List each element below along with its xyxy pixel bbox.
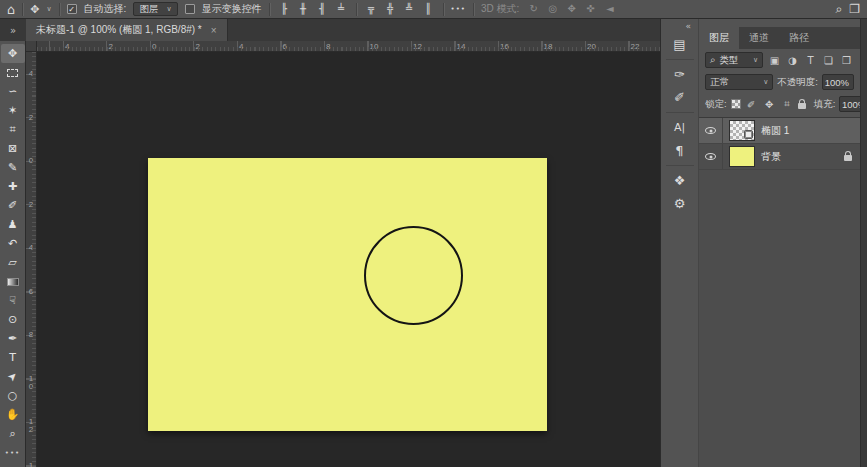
- layer-filter-dropdown[interactable]: ⌕ 类型 ∨: [705, 52, 763, 68]
- lock-image-pixels-icon[interactable]: ✐: [744, 97, 759, 112]
- ruler-tick-label: 18: [542, 42, 553, 51]
- filter-type-layers-icon[interactable]: T: [803, 53, 818, 68]
- lock-position-icon[interactable]: ✥: [762, 97, 777, 112]
- align-bottom-edges-icon[interactable]: ╧: [334, 4, 349, 14]
- 3d-pan-icon[interactable]: ✥: [564, 4, 579, 14]
- 3d-panel-button[interactable]: ❖: [666, 169, 694, 192]
- document-tab[interactable]: 未标题-1 @ 100% (椭圆 1, RGB/8#) * ×: [26, 19, 228, 41]
- tab-layers[interactable]: 图层: [699, 27, 739, 49]
- align-horizontal-centers-icon[interactable]: ╫: [296, 4, 311, 14]
- lasso-tool[interactable]: ∽: [1, 82, 25, 101]
- chevron-down-icon[interactable]: ∨: [46, 5, 51, 13]
- tab-paths[interactable]: 路径: [779, 27, 819, 49]
- lock-icons: ✐✥⌗: [731, 97, 806, 112]
- brush-tool-icon: ✐: [8, 199, 17, 212]
- distribute-horizontal-centers-icon[interactable]: ╬: [383, 4, 398, 14]
- layer-thumbnail[interactable]: [730, 121, 754, 140]
- visibility-toggle[interactable]: [699, 144, 723, 169]
- canvas-area: 420246810121416182022 4202468101214: [26, 41, 660, 467]
- document-canvas[interactable]: [148, 158, 547, 431]
- frame-tool[interactable]: ⊠: [1, 139, 25, 158]
- clone-stamp-tool[interactable]: ♟: [1, 215, 25, 234]
- filter-pixel-layers-icon[interactable]: ▣: [767, 53, 782, 68]
- 3d-orbit-icon[interactable]: ↻: [526, 4, 541, 14]
- show-transform-checkbox[interactable]: [185, 4, 195, 14]
- ruler-tick-label: 14: [455, 42, 466, 51]
- brush-tool[interactable]: ✐: [1, 196, 25, 215]
- auto-select-target-value: 图层: [139, 3, 158, 16]
- clone-stamp-tool-icon: ♟: [8, 218, 18, 231]
- ruler-corner[interactable]: [26, 41, 37, 52]
- smudge-tool[interactable]: ☟: [1, 291, 25, 310]
- ellipse-tool[interactable]: ○: [1, 386, 25, 405]
- paragraph-panel-button[interactable]: ¶: [666, 139, 694, 162]
- more-tools[interactable]: •••: [1, 443, 25, 462]
- history-brush-tool[interactable]: ↶: [1, 234, 25, 253]
- brushes-panel-button[interactable]: ✐: [666, 86, 694, 109]
- hand-tool[interactable]: ✋: [1, 405, 25, 424]
- more-align-options-button[interactable]: •••: [451, 6, 466, 13]
- lock-transparent-pixels-icon[interactable]: [731, 99, 741, 109]
- 3d-camera-icon[interactable]: ◄: [602, 4, 617, 14]
- filter-shape-layers-icon[interactable]: ❏: [821, 53, 836, 68]
- workspace-switcher-icon[interactable]: ❐: [849, 3, 860, 15]
- type-tool[interactable]: T: [1, 348, 25, 367]
- gradient-tool[interactable]: [1, 272, 25, 291]
- auto-select-checkbox[interactable]: ✓: [67, 4, 77, 14]
- lock-all-icon[interactable]: [798, 103, 806, 109]
- dodge-tool[interactable]: ⊙: [1, 310, 25, 329]
- move-tool-icon: ✥: [8, 47, 17, 60]
- visibility-toggle[interactable]: [699, 118, 723, 143]
- distribute-bottom-edges-icon[interactable]: ╩: [402, 4, 417, 14]
- layer-thumbnail[interactable]: [730, 147, 754, 166]
- toolbox-collapse-icon[interactable]: »: [0, 19, 26, 41]
- filter-icons: ▣◑T❏❐: [767, 53, 854, 68]
- quick-selection-tool[interactable]: ✶: [1, 101, 25, 120]
- lasso-tool-icon: ∽: [8, 85, 17, 98]
- divider: [666, 165, 694, 166]
- filter-smart-objects-icon[interactable]: ❐: [839, 53, 854, 68]
- photoshop-window: ⌂ ✥ ∨ ✓ 自动选择: 图层 ∨ 显示变换控件 ╟╫╢╧ ╦╬╩║ ••• …: [0, 0, 867, 467]
- panel-expand-icon[interactable]: «: [678, 21, 698, 33]
- layer-row[interactable]: 椭圆 1: [699, 118, 860, 144]
- properties-panel-button[interactable]: ▤: [666, 33, 694, 56]
- path-selection-tool[interactable]: ➤: [1, 367, 25, 386]
- fill-label: 填充:: [814, 98, 836, 111]
- lock-artboard-icon[interactable]: ⌗: [780, 97, 795, 112]
- 3d-slide-icon[interactable]: ✜: [583, 4, 598, 14]
- search-icon[interactable]: ⌕: [836, 3, 843, 15]
- layer-row[interactable]: 背景: [699, 144, 860, 170]
- pen-tool[interactable]: ✒: [1, 329, 25, 348]
- 3d-roll-icon[interactable]: ◎: [545, 4, 560, 14]
- zoom-tool[interactable]: ⌕: [1, 424, 25, 443]
- quick-selection-tool-icon: ✶: [8, 104, 17, 117]
- home-icon[interactable]: ⌂: [7, 3, 15, 16]
- opacity-field[interactable]: 100%: [822, 74, 854, 90]
- distribute-top-edges-icon[interactable]: ╦: [364, 4, 379, 14]
- tab-channels[interactable]: 通道: [739, 27, 779, 49]
- crop-tool-icon: ⌗: [9, 123, 15, 136]
- align-left-edges-icon[interactable]: ╟: [277, 4, 292, 14]
- layer-comps-panel-button[interactable]: ⚙: [666, 192, 694, 215]
- move-tool-options-icon[interactable]: ✥: [30, 4, 39, 15]
- distribute-vertical-centers-icon[interactable]: ║: [421, 4, 436, 14]
- filter-adjustment-layers-icon[interactable]: ◑: [785, 53, 800, 68]
- align-right-edges-icon[interactable]: ╢: [315, 4, 330, 14]
- ruler-tick-label: 6: [27, 288, 35, 296]
- spot-healing-brush-tool[interactable]: ✚: [1, 177, 25, 196]
- brush-settings-panel-button[interactable]: ✑: [666, 63, 694, 86]
- tab-close-icon[interactable]: ×: [211, 25, 217, 36]
- move-tool[interactable]: ✥: [1, 44, 25, 63]
- eraser-tool[interactable]: ▱: [1, 253, 25, 272]
- hand-tool-icon: ✋: [6, 408, 20, 421]
- eyedropper-tool[interactable]: ✎: [1, 158, 25, 177]
- character-panel-button[interactable]: A|: [666, 116, 694, 139]
- blend-mode-dropdown[interactable]: 正常 ∨: [705, 74, 773, 90]
- zoom-tool-icon: ⌕: [9, 427, 15, 440]
- ruler-tick-label: 12: [411, 42, 422, 51]
- ruler-horizontal[interactable]: 420246810121416182022: [37, 41, 660, 52]
- crop-tool[interactable]: ⌗: [1, 120, 25, 139]
- ruler-vertical[interactable]: 4202468101214: [26, 52, 37, 467]
- auto-select-target-dropdown[interactable]: 图层 ∨: [133, 2, 177, 16]
- rectangular-marquee-tool[interactable]: [1, 63, 25, 82]
